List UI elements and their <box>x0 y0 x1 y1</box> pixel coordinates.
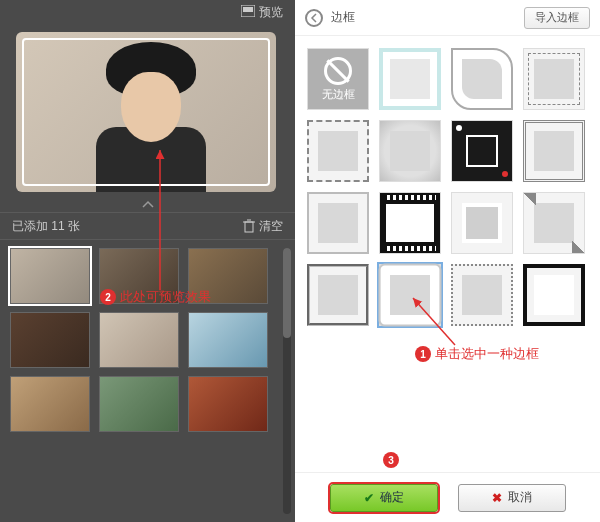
chevron-up-icon <box>142 200 154 208</box>
thumbnail[interactable] <box>10 248 90 304</box>
svg-rect-2 <box>245 222 253 232</box>
thumbnail[interactable] <box>188 312 268 368</box>
preview-image <box>16 32 276 192</box>
frame-option[interactable] <box>523 192 585 254</box>
scrollbar-handle[interactable] <box>283 248 291 338</box>
back-button[interactable] <box>305 9 323 27</box>
thumbnails-grid <box>0 240 279 522</box>
no-frame-label: 无边框 <box>322 87 355 102</box>
import-frame-button[interactable]: 导入边框 <box>524 7 590 29</box>
svg-rect-1 <box>243 7 253 12</box>
clear-label: 清空 <box>259 218 283 235</box>
annotation-3: 3 <box>383 452 399 468</box>
annotation-badge: 1 <box>415 346 431 362</box>
frame-option[interactable] <box>451 48 513 110</box>
ok-button[interactable]: ✔ 确定 <box>330 484 438 512</box>
thumbnails-area <box>0 240 295 522</box>
clear-button[interactable]: 清空 <box>243 218 283 235</box>
frame-option[interactable] <box>451 120 513 182</box>
dialog-footer: ✔ 确定 ✖ 取消 <box>295 472 600 522</box>
preview-panel: 预览 已添加 11 张 清空 <box>0 0 295 522</box>
frame-option-selected[interactable] <box>379 264 441 326</box>
ok-label: 确定 <box>380 489 404 506</box>
frame-title: 边框 <box>331 9 516 26</box>
annotation-badge: 3 <box>383 452 399 468</box>
thumbnails-scrollbar[interactable] <box>283 248 291 514</box>
annotation-1: 1 单击选中一种边框 <box>415 345 539 363</box>
cancel-label: 取消 <box>508 489 532 506</box>
arrow-left-icon <box>309 13 319 23</box>
thumbnail[interactable] <box>99 248 179 304</box>
annotation-text: 单击选中一种边框 <box>435 345 539 363</box>
frame-option[interactable] <box>379 192 441 254</box>
frame-option[interactable] <box>307 192 369 254</box>
scroll-up-button[interactable] <box>0 196 295 212</box>
thumbnail[interactable] <box>188 248 268 304</box>
preview-label: 预览 <box>259 4 283 21</box>
preview-header: 预览 <box>0 0 295 24</box>
frame-option[interactable] <box>523 264 585 326</box>
added-bar: 已添加 11 张 清空 <box>0 212 295 240</box>
thumbnail[interactable] <box>99 376 179 432</box>
frame-option[interactable] <box>307 120 369 182</box>
preview-area <box>0 24 295 196</box>
x-icon: ✖ <box>492 491 502 505</box>
thumbnail[interactable] <box>188 376 268 432</box>
frame-option[interactable] <box>451 264 513 326</box>
frame-option[interactable] <box>379 120 441 182</box>
frame-option[interactable] <box>451 192 513 254</box>
cancel-button[interactable]: ✖ 取消 <box>458 484 566 512</box>
frame-header: 边框 导入边框 <box>295 0 600 36</box>
preview-icon <box>241 5 255 20</box>
frame-grid: 无边框 <box>295 36 600 338</box>
trash-icon <box>243 219 255 233</box>
frame-option[interactable] <box>307 264 369 326</box>
added-count-label: 已添加 11 张 <box>12 218 80 235</box>
frame-option[interactable] <box>379 48 441 110</box>
no-frame-icon <box>324 57 352 85</box>
thumbnail[interactable] <box>99 312 179 368</box>
thumbnail[interactable] <box>10 312 90 368</box>
frame-option[interactable] <box>523 48 585 110</box>
thumbnail[interactable] <box>10 376 90 432</box>
frame-none[interactable]: 无边框 <box>307 48 369 110</box>
frame-panel: 边框 导入边框 无边框 1 单击选中一种边框 3 ✔ <box>295 0 600 522</box>
check-icon: ✔ <box>364 491 374 505</box>
frame-option[interactable] <box>523 120 585 182</box>
